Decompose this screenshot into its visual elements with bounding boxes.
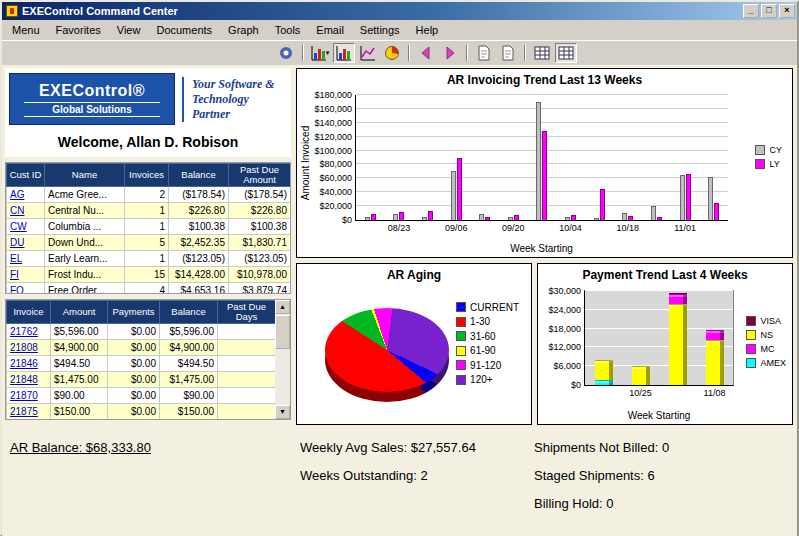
x-tick-label: 10/18 — [606, 223, 651, 233]
table-row: 21875$150.00$0.00$150.00 — [7, 404, 276, 420]
previous-icon[interactable] — [415, 43, 437, 63]
toolbar-separator — [302, 45, 304, 61]
layout-icon[interactable] — [555, 43, 577, 63]
segment-mc — [706, 330, 724, 339]
close-button[interactable]: × — [779, 4, 795, 18]
invoice-link[interactable]: 21875 — [10, 406, 38, 417]
cell: 21808 — [7, 340, 51, 356]
cell: 1 — [125, 219, 169, 235]
grid-view-icon[interactable] — [531, 43, 553, 63]
pie-graph-icon[interactable] — [381, 43, 403, 63]
graph-menu-icon[interactable]: ▾ — [309, 43, 331, 63]
weekly-avg-sales: Weekly Avg Sales: $27,557.64 — [300, 440, 534, 455]
customer-link[interactable]: CW — [10, 221, 27, 232]
cell: Acme Gree... — [45, 187, 125, 203]
legend-item: AMEX — [746, 358, 786, 368]
cell: $0.00 — [108, 388, 160, 404]
document-icon[interactable] — [473, 43, 495, 63]
table-row: ELEarly Learn...1($123.05)($123.05) — [7, 251, 291, 267]
cell: 2 — [125, 187, 169, 203]
bar-group: 11/08 — [696, 291, 733, 385]
menu-menu[interactable]: Menu — [4, 22, 48, 38]
app-window: EXEControl Command Center _ □ × MenuFavo… — [0, 0, 799, 536]
bar-cy — [594, 218, 599, 220]
aging-legend: CURRENT1-3031-6061-9091-120120+ — [456, 298, 519, 389]
menu-favorites[interactable]: Favorites — [48, 22, 109, 38]
left-panel: EXEControl® Global Solutions Your Softwa… — [2, 65, 294, 427]
invoice-link[interactable]: 21808 — [10, 342, 38, 353]
toolbar-separator — [408, 45, 410, 61]
invoice-table: InvoiceAmountPaymentsBalancePast Due Day… — [6, 300, 275, 420]
customer-link[interactable]: FI — [10, 269, 19, 280]
cell: $494.50 — [51, 356, 108, 372]
cell — [218, 340, 276, 356]
segment-ns — [632, 366, 650, 385]
invoice-link[interactable]: 21870 — [10, 390, 38, 401]
menu-graph[interactable]: Graph — [220, 22, 267, 38]
logo-subtitle: Global Solutions — [24, 102, 160, 117]
customer-link[interactable]: AG — [10, 189, 24, 200]
menu-tools[interactable]: Tools — [267, 22, 309, 38]
invoice-link[interactable]: 21848 — [10, 374, 38, 385]
cell: Columbia ... — [45, 219, 125, 235]
window-title: EXEControl Command Center — [22, 5, 741, 17]
segment-ns — [706, 340, 724, 385]
menu-settings[interactable]: Settings — [352, 22, 408, 38]
report-icon[interactable] — [497, 43, 519, 63]
invoice-link[interactable]: 21846 — [10, 358, 38, 369]
legend-swatch — [456, 375, 466, 385]
customer-link[interactable]: DU — [10, 237, 24, 248]
payment-plot: $0$6,000$12,000$18,000$24,000$30,00010/2… — [584, 290, 734, 386]
bar-ly — [686, 174, 691, 220]
toolbar-separator — [524, 45, 526, 61]
menu-view[interactable]: View — [109, 22, 149, 38]
cell: Early Learn... — [45, 251, 125, 267]
customer-link[interactable]: EL — [10, 253, 22, 264]
cell: $3,879.74 — [229, 283, 291, 295]
bar-ly — [571, 215, 576, 220]
menu-email[interactable]: Email — [308, 22, 352, 38]
logo-name: EXEControl® — [10, 82, 174, 100]
customer-link[interactable]: CN — [10, 205, 24, 216]
cell: CW — [7, 219, 45, 235]
maximize-button[interactable]: □ — [761, 4, 777, 18]
minimize-button[interactable]: _ — [743, 4, 759, 18]
menu-bar: MenuFavoritesViewDocumentsGraphToolsEmai… — [2, 20, 797, 40]
stacked-bar — [669, 291, 687, 385]
customer-link[interactable]: FO — [10, 285, 24, 294]
invoice-scrollbar[interactable]: ▲ ▼ — [275, 300, 290, 419]
y-tick-label: $180,000 — [314, 90, 352, 100]
scroll-track[interactable] — [275, 350, 290, 405]
legend-swatch — [456, 302, 466, 312]
invoice-link[interactable]: 21762 — [10, 326, 38, 337]
scroll-down-icon[interactable]: ▼ — [275, 405, 290, 419]
cell: FI — [7, 267, 45, 283]
cell: $0.00 — [108, 340, 160, 356]
ar-balance-link[interactable]: AR Balance: $68,333.80 — [10, 440, 300, 455]
cell: $14,428.00 — [169, 267, 229, 283]
bar-group — [699, 95, 728, 220]
bar-graph-icon[interactable] — [333, 43, 355, 63]
line-graph-icon[interactable] — [357, 43, 379, 63]
bar-group: 10/18 — [614, 95, 643, 220]
next-icon[interactable] — [439, 43, 461, 63]
scroll-thumb[interactable] — [275, 315, 290, 349]
app-icon — [6, 5, 18, 17]
x-tick-label: 09/20 — [491, 223, 536, 233]
segment-amex — [595, 380, 613, 385]
legend-swatch — [755, 159, 765, 169]
menu-help[interactable]: Help — [408, 22, 447, 38]
legend-label: CURRENT — [470, 302, 519, 313]
x-tick-label: 10/25 — [614, 388, 667, 398]
dropdown-arrow-icon[interactable]: ▾ — [326, 49, 330, 57]
bar-ly — [428, 211, 433, 220]
column-header: Invoice — [7, 301, 51, 324]
process-icon[interactable] — [275, 43, 297, 63]
menu-documents[interactable]: Documents — [148, 22, 220, 38]
dashboard-panel: AR Invoicing Trend Last 13 Weeks Amount … — [294, 65, 797, 427]
legend-label: 1-30 — [470, 316, 490, 327]
cell: Down Und... — [45, 235, 125, 251]
bar-ly — [457, 158, 462, 221]
scroll-up-icon[interactable]: ▲ — [275, 300, 290, 314]
bar-cy — [565, 217, 570, 220]
